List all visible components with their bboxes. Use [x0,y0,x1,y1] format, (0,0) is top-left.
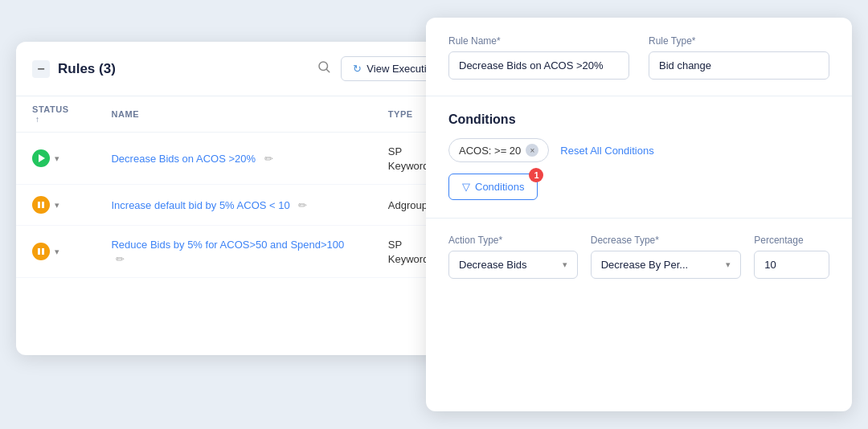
status-cell: ▾ [16,133,95,185]
chevron-down-icon[interactable]: ▾ [55,153,59,164]
name-column-header: NAME [95,96,371,133]
rule-name-link[interactable]: Reduce Bids by 5% for ACOS>50 and Spend>… [111,239,344,251]
conditions-badge: 1 [529,168,543,182]
rule-detail-card: Rule Name* Rule Type* Conditions ACOS: >… [426,18,852,411]
name-cell: Increase default bid by 5% ACOS < 10 ✏ [95,185,371,226]
rules-title-area: − Rules (3) [32,60,116,78]
percentage-group: Percentage [754,235,829,279]
action-type-group: Action Type* Decrease Bids ▾ [448,235,578,279]
play-icon [39,154,45,162]
status-column-header: STATUS ↑ [16,96,95,133]
pause-icon [38,202,44,208]
action-row: Action Type* Decrease Bids ▾ Decrease Ty… [448,235,829,279]
chevron-down-icon[interactable]: ▾ [55,200,59,210]
rules-title: Rules (3) [58,61,116,77]
collapse-button[interactable]: − [32,60,50,78]
action-type-select[interactable]: Decrease Bids ▾ [448,251,578,279]
type-label: Adgroup [388,199,428,211]
rule-type-input[interactable] [649,51,829,80]
rule-name-link[interactable]: Decrease Bids on ACOS >20% [111,153,256,165]
pause-icon [38,248,44,255]
table-row: ▾ Decrease Bids on ACOS >20% ✏ SP Keywor… [16,133,466,185]
percentage-label: Percentage [754,235,829,246]
conditions-section: Conditions ACOS: >= 20 × Reset All Condi… [426,96,852,218]
rule-name-input[interactable] [448,51,629,80]
action-type-value: Decrease Bids [459,259,527,271]
status-active-icon[interactable] [32,149,50,167]
status-cell: ▾ [16,185,95,226]
rule-type-group: Rule Type* [649,35,829,80]
chevron-down-icon[interactable]: ▾ [55,247,59,257]
conditions-btn-row: ▽ Conditions 1 [448,174,829,200]
svg-point-0 [319,62,328,71]
name-cell: Decrease Bids on ACOS >20% ✏ [95,133,371,185]
decrease-type-select[interactable]: Decrease By Per... ▾ [591,251,742,279]
sort-arrow-icon: ↑ [35,115,40,124]
rule-top-section: Rule Name* Rule Type* [426,18,852,96]
conditions-button[interactable]: ▽ Conditions 1 [448,174,538,200]
rule-type-label: Rule Type* [649,35,829,47]
rules-table: STATUS ↑ NAME TYPE ▾ [16,96,466,278]
edit-icon[interactable]: ✏ [264,153,273,165]
table-row: ▾ Increase default bid by 5% ACOS < 10 ✏… [16,185,466,226]
conditions-title: Conditions [448,112,829,127]
filter-icon: ▽ [462,181,470,193]
condition-close-button[interactable]: × [526,144,538,157]
decrease-type-label: Decrease Type* [591,235,742,246]
conditions-btn-label: Conditions [475,181,524,193]
rule-form-row: Rule Name* Rule Type* [448,35,829,80]
condition-tag: ACOS: >= 20 × [448,138,549,162]
percentage-input[interactable] [754,251,829,279]
svg-line-1 [327,69,330,72]
rule-name-label: Rule Name* [448,35,629,47]
rules-header: − Rules (3) ↻ View Execution [16,42,466,96]
refresh-icon: ↻ [353,63,362,75]
edit-icon[interactable]: ✏ [116,253,125,265]
reset-conditions-link[interactable]: Reset All Conditions [560,145,653,157]
chevron-down-icon: ▾ [726,259,731,270]
decrease-type-group: Decrease Type* Decrease By Per... ▾ [591,235,742,279]
conditions-row: ACOS: >= 20 × Reset All Conditions [448,138,829,162]
search-button[interactable] [317,59,331,78]
edit-icon[interactable]: ✏ [298,199,307,211]
table-row: ▾ Reduce Bids by 5% for ACOS>50 and Spen… [16,226,466,278]
status-cell: ▾ [16,226,95,278]
action-type-label: Action Type* [448,235,578,246]
action-section: Action Type* Decrease Bids ▾ Decrease Ty… [426,219,852,298]
status-paused-icon[interactable] [32,196,50,214]
decrease-type-value: Decrease By Per... [601,259,688,271]
rule-name-link[interactable]: Increase default bid by 5% ACOS < 10 [111,199,289,211]
name-cell: Reduce Bids by 5% for ACOS>50 and Spend>… [95,226,371,278]
rules-card: − Rules (3) ↻ View Execution S [16,42,466,355]
condition-tag-text: ACOS: >= 20 [459,145,521,157]
status-paused-icon[interactable] [32,243,50,260]
chevron-down-icon: ▾ [563,259,567,270]
rule-name-group: Rule Name* [448,35,629,80]
